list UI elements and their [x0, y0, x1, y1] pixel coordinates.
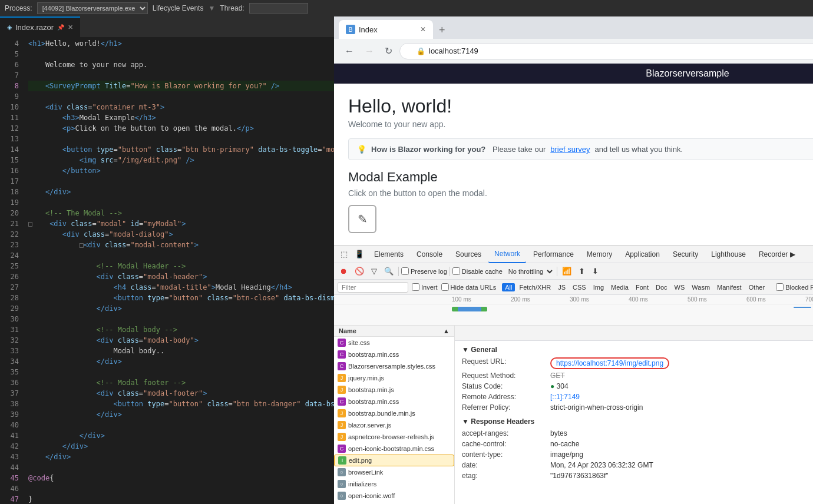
file-name: open-iconic.woff	[348, 492, 395, 499]
list-item[interactable]: J aspnetcore-browser-refresh.js	[334, 431, 454, 443]
browser-tab-close[interactable]: ✕	[420, 25, 426, 34]
filter-ws[interactable]: WS	[672, 283, 688, 291]
tab-memory[interactable]: Memory	[581, 246, 618, 263]
list-item[interactable]: J jquery.min.js	[334, 372, 454, 384]
tab-lighthouse[interactable]: Lighthouse	[705, 246, 752, 263]
css-icon: C	[338, 397, 346, 406]
search-button[interactable]: 🔍	[382, 266, 396, 277]
blocked-requests-checkbox[interactable]: Blocked Requests	[776, 283, 813, 291]
tab-network[interactable]: Network	[488, 246, 526, 263]
filter-media[interactable]: Media	[608, 283, 632, 291]
tab-elements[interactable]: Elements	[368, 246, 409, 263]
clear-button[interactable]: 🚫	[352, 266, 366, 277]
upload-button[interactable]: ⬆	[576, 266, 587, 277]
pin-icon[interactable]: 📌	[57, 24, 64, 31]
timeline-bar-far1	[794, 307, 811, 308]
invert-checkbox[interactable]: Invert	[412, 283, 438, 291]
blocked-requests-label: Blocked Requests	[785, 284, 813, 291]
list-item-editpng[interactable]: I edit.png	[334, 455, 454, 466]
survey-link[interactable]: brief survey	[550, 145, 590, 154]
details-content: ▼ General Request URL: https://localhost…	[455, 341, 813, 504]
code-content: 4567 8 9101112 13141516 17181920 2122232…	[0, 37, 334, 504]
address-bar[interactable]: 🔒 localhost:7149	[399, 43, 813, 59]
process-select[interactable]: [44092] Blazorserversample.exe	[37, 2, 148, 14]
app-body: Hello, world! Welcome to your new app. 💡…	[334, 84, 813, 245]
list-item[interactable]: ○ open-iconic.woff	[334, 490, 454, 502]
filter-toggle-button[interactable]: ▽	[369, 266, 379, 277]
list-item[interactable]: ○ browserLink	[334, 466, 454, 478]
tab-security[interactable]: Security	[667, 246, 704, 263]
disable-cache-checkbox[interactable]: Disable cache	[452, 267, 503, 275]
disable-cache-input[interactable]	[452, 267, 460, 275]
date-row: date: Mon, 24 Apr 2023 06:32:32 GMT	[462, 461, 813, 469]
new-tab-button[interactable]: +	[434, 22, 450, 39]
tab-application[interactable]: Application	[619, 246, 666, 263]
date-value: Mon, 24 Apr 2023 06:32:32 GMT	[550, 461, 653, 469]
back-button[interactable]: ←	[341, 44, 358, 59]
filter-img[interactable]: Img	[590, 283, 607, 291]
scroll-up-icon[interactable]: ▲	[443, 327, 450, 334]
blocked-requests-input[interactable]	[776, 283, 784, 291]
list-item[interactable]: J bootstrap.bundle.min.js	[334, 407, 454, 419]
devtools-inspect-btn[interactable]: ⬚	[338, 248, 351, 260]
filter-manifest[interactable]: Manifest	[714, 283, 745, 291]
record-button[interactable]: ⏺	[338, 266, 350, 277]
list-item[interactable]: J blazor.server.js	[334, 419, 454, 431]
other-icon: ○	[338, 468, 346, 476]
reload-button[interactable]: ↻	[381, 43, 396, 59]
hide-data-urls-input[interactable]	[441, 283, 449, 291]
filter-css[interactable]: CSS	[570, 283, 589, 291]
browser-tab-index[interactable]: B Index ✕	[339, 20, 433, 39]
filter-all[interactable]: All	[502, 283, 515, 291]
hide-data-urls-checkbox[interactable]: Hide data URLs	[441, 283, 497, 291]
filter-js[interactable]: JS	[555, 283, 569, 291]
tab-sources[interactable]: Sources	[450, 246, 487, 263]
thread-input[interactable]	[249, 3, 308, 14]
timeline-bar-blue	[458, 307, 481, 311]
process-label: Process:	[5, 4, 32, 12]
tab-console[interactable]: Console	[411, 246, 448, 263]
cache-control-key: cache-control:	[462, 440, 550, 448]
browser-chrome: B Index ✕ +	[334, 16, 813, 39]
filter-fetch-xhr[interactable]: Fetch/XHR	[516, 283, 554, 291]
filter-input[interactable]	[338, 282, 408, 293]
forward-button[interactable]: →	[361, 44, 378, 59]
file-name: open-iconic-bootstrap.min.css	[348, 445, 434, 452]
tab-performance[interactable]: Performance	[527, 246, 580, 263]
edit-icon-button[interactable]: ✎	[348, 205, 376, 233]
preserve-log-checkbox[interactable]: Preserve log	[401, 267, 447, 275]
throttle-select[interactable]: No throttling	[505, 267, 554, 276]
list-item[interactable]: C Blazorserversample.styles.css	[334, 360, 454, 372]
devtools-device-btn[interactable]: 📱	[352, 248, 367, 260]
filter-font[interactable]: Font	[633, 283, 652, 291]
code-lines[interactable]: <h1>Hello, world!</h1> Welcome to your n…	[24, 37, 334, 504]
download-button[interactable]: ⬇	[590, 266, 601, 277]
browser-panel: B Index ✕ + ← → ↻ 🔒 localhost:7149 Blazo…	[334, 16, 813, 504]
survey-banner: 💡 How is Blazor working for you? Please …	[348, 138, 813, 160]
general-section-header: ▼ General	[462, 346, 813, 354]
list-item[interactable]: ○ initializers	[334, 478, 454, 490]
filter-doc[interactable]: Doc	[653, 283, 670, 291]
filter-other[interactable]: Other	[746, 283, 768, 291]
filter-wasm[interactable]: Wasm	[689, 283, 713, 291]
file-name: initializers	[348, 480, 376, 488]
list-item[interactable]: C site.css	[334, 337, 454, 349]
list-item[interactable]: C bootstrap.min.css	[334, 396, 454, 407]
preserve-log-input[interactable]	[401, 267, 409, 275]
editor-tab-index[interactable]: ◈ Index.razor 📌 ✕	[0, 16, 80, 37]
list-item[interactable]: C open-iconic-bootstrap.min.css	[334, 443, 454, 455]
response-headers-collapse-icon[interactable]: ▼	[462, 417, 469, 426]
tab-recorder[interactable]: Recorder ▶	[753, 246, 801, 263]
network-file-list: Name ▲ C site.css C bootstrap.min.css	[334, 326, 455, 504]
general-collapse-icon[interactable]: ▼	[462, 346, 469, 354]
timeline-bar: 100 ms 200 ms 300 ms 400 ms 500 ms 600 m…	[334, 295, 813, 326]
list-item[interactable]: J bootstrap.min.js	[334, 384, 454, 396]
etag-key: etag:	[462, 472, 550, 480]
network-list-header: Name ▲	[334, 326, 454, 337]
lifecycle-btn[interactable]: Lifecycle Events	[153, 4, 204, 12]
invert-input[interactable]	[412, 283, 419, 291]
wifi-icon-button[interactable]: 📶	[560, 266, 574, 277]
list-item[interactable]: C bootstrap.min.css	[334, 349, 454, 360]
editor-tab-close[interactable]: ✕	[68, 24, 73, 31]
file-name: bootstrap.min.css	[348, 351, 399, 358]
